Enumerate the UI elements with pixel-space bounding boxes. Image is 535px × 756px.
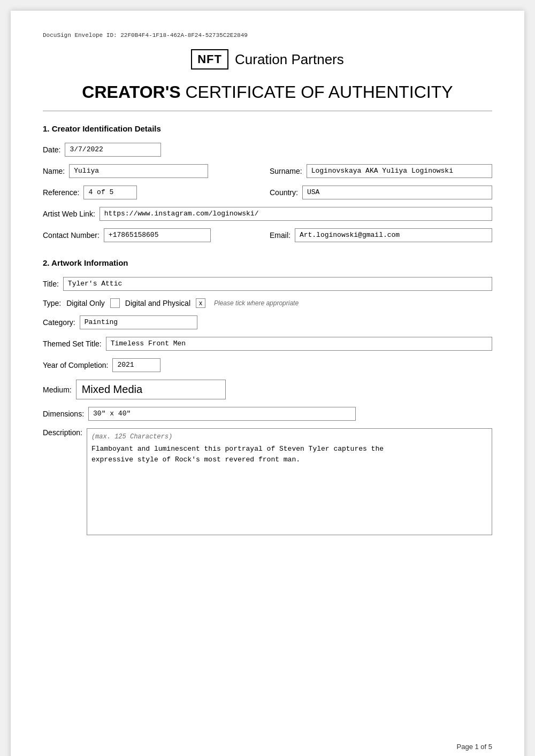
weblink-row: Artist Web Link: https://www.instagram.c… xyxy=(43,207,492,221)
themed-label: Themed Set Title: xyxy=(43,340,102,348)
date-field[interactable]: 3/7/2022 xyxy=(65,143,161,157)
dimensions-label: Dimensions: xyxy=(43,410,84,418)
section2-heading: 2. Artwork Information xyxy=(43,258,492,267)
year-field[interactable]: 2021 xyxy=(112,358,160,372)
email-label: Email: xyxy=(270,231,291,240)
reference-field[interactable]: 4 of 5 xyxy=(83,186,137,199)
category-label: Category: xyxy=(43,318,75,327)
page-footer: Page 1 of 5 xyxy=(457,743,493,751)
dimensions-row: Dimensions: 30″ x 40″ xyxy=(43,407,492,421)
country-label: Country: xyxy=(270,188,298,197)
name-row: Name: Yuliya Surname: Loginovskaya AKA Y… xyxy=(43,164,492,178)
title-bold: CREATOR'S xyxy=(82,82,180,102)
nft-logo-box: NFT xyxy=(191,49,228,70)
date-row: Date: 3/7/2022 xyxy=(43,143,492,157)
category-row: Category: Painting xyxy=(43,315,492,329)
medium-label: Medium: xyxy=(43,385,72,394)
contact-row: Contact Number: +17865158605 Email: Art.… xyxy=(43,228,492,242)
logo-area: NFT Curation Partners xyxy=(43,49,492,70)
company-name: Curation Partners xyxy=(235,51,344,68)
docusign-header: DocuSign Envelope ID: 22F0B4F4-1F18-462A… xyxy=(43,32,492,38)
description-row: Description: (max. 125 Characters) Flamb… xyxy=(43,428,492,535)
main-title: CREATOR'S CERTIFICATE OF AUTHENTICITY xyxy=(43,82,492,102)
digital-only-checkbox[interactable] xyxy=(110,298,120,308)
title-normal: CERTIFICATE OF AUTHENTICITY xyxy=(181,82,453,102)
description-field[interactable]: (max. 125 Characters) Flamboyant and lum… xyxy=(87,428,492,535)
digital-physical-checkbox[interactable]: x xyxy=(196,298,205,308)
type-label: Type: xyxy=(43,299,61,307)
email-field[interactable]: Art.loginowski@gmail.com xyxy=(295,228,492,242)
type-digital-only-text: Digital Only xyxy=(66,299,105,307)
surname-label: Surname: xyxy=(270,167,302,175)
date-label: Date: xyxy=(43,145,60,154)
medium-row: Medium: Mixed Media xyxy=(43,380,492,399)
dimensions-field[interactable]: 30″ x 40″ xyxy=(88,407,356,421)
medium-field[interactable]: Mixed Media xyxy=(76,380,226,399)
section1-heading: 1. Creator Identification Details xyxy=(43,124,492,133)
weblink-label: Artist Web Link: xyxy=(43,210,95,218)
name-label: Name: xyxy=(43,167,65,175)
reference-row: Reference: 4 of 5 Country: USA xyxy=(43,186,492,199)
artwork-title-label: Title: xyxy=(43,280,59,288)
description-hint: (max. 125 Characters) xyxy=(91,433,487,441)
weblink-field[interactable]: https://www.instagram.com/loginowski/ xyxy=(100,207,492,221)
contact-field[interactable]: +17865158605 xyxy=(104,228,211,242)
year-row: Year of Completion: 2021 xyxy=(43,358,492,372)
section-creator-details: 1. Creator Identification Details Date: … xyxy=(43,124,492,242)
description-label: Description: xyxy=(43,428,82,437)
type-row: Type: Digital Only Digital and Physical … xyxy=(43,298,492,308)
name-field[interactable]: Yuliya xyxy=(69,164,208,178)
type-digital-physical-text: Digital and Physical xyxy=(125,299,190,307)
artwork-title-field[interactable]: Tyler's Attic xyxy=(63,277,492,291)
artwork-title-row: Title: Tyler's Attic xyxy=(43,277,492,291)
document-page: DocuSign Envelope ID: 22F0B4F4-1F18-462A… xyxy=(11,11,524,756)
description-text: Flamboyant and luminescent this portraya… xyxy=(91,444,487,465)
reference-label: Reference: xyxy=(43,188,79,197)
category-field[interactable]: Painting xyxy=(80,315,197,329)
title-divider xyxy=(43,111,492,111)
themed-row: Themed Set Title: Timeless Front Men xyxy=(43,337,492,351)
year-label: Year of Completion: xyxy=(43,361,108,369)
themed-field[interactable]: Timeless Front Men xyxy=(106,337,492,351)
tick-hint: Please tick where appropriate xyxy=(214,299,299,307)
country-field[interactable]: USA xyxy=(302,186,492,199)
section-artwork-info: 2. Artwork Information Title: Tyler's At… xyxy=(43,258,492,535)
contact-label: Contact Number: xyxy=(43,231,100,240)
surname-field[interactable]: Loginovskaya AKA Yuliya Loginowski xyxy=(307,164,492,178)
